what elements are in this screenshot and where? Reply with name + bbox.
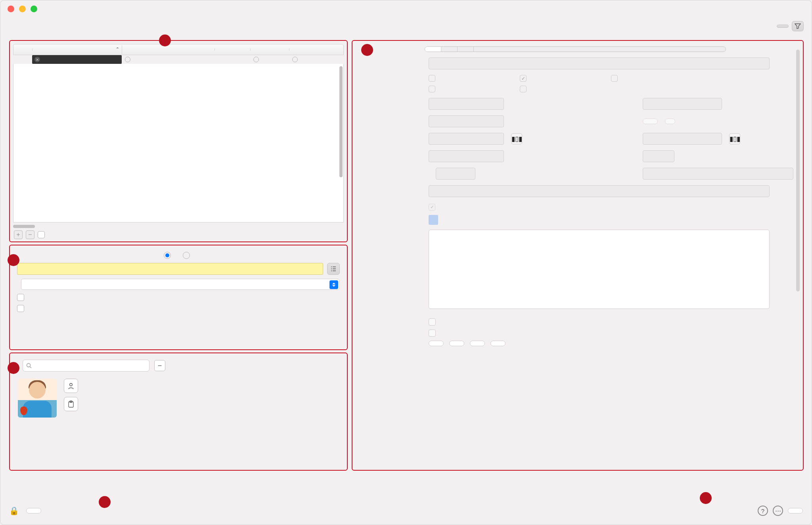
tab-offene[interactable] bbox=[474, 47, 490, 52]
titlebar bbox=[0, 0, 812, 17]
window-minimize-icon[interactable] bbox=[19, 6, 26, 12]
patient-panel: − bbox=[9, 353, 348, 471]
popover-checkbox[interactable] bbox=[17, 294, 24, 301]
add-leistung-button[interactable] bbox=[643, 119, 658, 124]
close-button[interactable] bbox=[788, 508, 803, 514]
svg-point-2 bbox=[70, 383, 72, 386]
atc-input[interactable] bbox=[429, 98, 504, 110]
lager-select[interactable] bbox=[21, 279, 340, 290]
col-kennung[interactable] bbox=[122, 48, 215, 51]
filter-icon-button[interactable] bbox=[792, 21, 804, 31]
patient-search-input[interactable] bbox=[23, 360, 149, 372]
product-list-panel: ˆ ✕ + − bbox=[9, 40, 348, 242]
type-checkboxes: ✓ bbox=[429, 75, 793, 92]
col-sut[interactable] bbox=[289, 48, 307, 51]
chk-migel[interactable] bbox=[429, 86, 435, 92]
radio-einbuchung[interactable] bbox=[164, 252, 174, 259]
bez-input[interactable] bbox=[429, 57, 770, 69]
person-icon bbox=[67, 382, 75, 389]
svg-point-0 bbox=[27, 364, 31, 367]
radio-ausbuchung[interactable] bbox=[183, 252, 193, 259]
subst-input[interactable] bbox=[429, 185, 770, 197]
tab-leistungen[interactable] bbox=[458, 47, 474, 52]
callout-3 bbox=[8, 362, 19, 374]
label-chip[interactable] bbox=[429, 215, 438, 225]
filter-sut[interactable] bbox=[292, 57, 298, 62]
table-h-scrollbar[interactable] bbox=[13, 225, 35, 228]
menge-input[interactable] bbox=[436, 168, 475, 180]
ausbuchen-button[interactable] bbox=[449, 341, 464, 346]
window-zoom-icon[interactable] bbox=[31, 6, 37, 12]
col-atc[interactable] bbox=[215, 48, 251, 51]
detail-tabbar bbox=[425, 46, 726, 52]
callout-6 bbox=[700, 492, 712, 504]
stock-box bbox=[429, 230, 770, 309]
callout-1 bbox=[159, 34, 171, 46]
scan-list-button[interactable] bbox=[327, 263, 340, 275]
chk-spez[interactable]: ✓ bbox=[520, 75, 527, 82]
leistung-input[interactable] bbox=[643, 98, 722, 110]
serien-checkbox[interactable] bbox=[429, 318, 436, 326]
filter-kennung[interactable] bbox=[125, 57, 130, 62]
einheit-input[interactable] bbox=[643, 168, 793, 180]
tab-details[interactable] bbox=[425, 47, 441, 52]
ean-input[interactable] bbox=[429, 133, 504, 145]
tab-buchungen[interactable] bbox=[441, 47, 458, 52]
help-button[interactable]: ? bbox=[758, 506, 768, 516]
col-typ[interactable] bbox=[13, 48, 33, 51]
show-deleted-checkbox[interactable] bbox=[38, 231, 45, 238]
remove-row-button[interactable]: − bbox=[26, 230, 34, 239]
bestand-label bbox=[357, 230, 425, 233]
lock-icon: 🔒 bbox=[9, 506, 19, 515]
footer: 🔒 ? ⋯ bbox=[0, 497, 812, 525]
own-filter-button[interactable] bbox=[777, 25, 789, 28]
add-row-button[interactable]: + bbox=[14, 230, 23, 239]
filter-robot[interactable] bbox=[253, 57, 259, 62]
clear-filter-icon[interactable]: ✕ bbox=[34, 57, 40, 62]
more-button[interactable]: ⋯ bbox=[773, 506, 783, 516]
col-robot[interactable] bbox=[251, 48, 289, 51]
callout-5 bbox=[99, 496, 111, 508]
callout-4 bbox=[361, 44, 373, 56]
patient-profile-button[interactable] bbox=[64, 379, 78, 393]
table-body[interactable] bbox=[13, 64, 344, 222]
detail-scrollbar[interactable] bbox=[796, 50, 800, 291]
reserv-checkbox[interactable] bbox=[429, 330, 436, 337]
callout-2 bbox=[8, 254, 19, 266]
scan-input[interactable] bbox=[17, 263, 323, 275]
barcode-icon-2[interactable]: ▮▯▮ bbox=[729, 133, 740, 144]
table-filter-row: ✕ bbox=[13, 55, 344, 64]
unlock-button[interactable] bbox=[26, 508, 41, 514]
filter-bezeichnung[interactable]: ✕ bbox=[32, 55, 122, 64]
svg-line-1 bbox=[30, 367, 31, 368]
clear-patient-button[interactable]: − bbox=[154, 360, 165, 371]
window-close-icon[interactable] bbox=[8, 6, 14, 12]
chk-medikament[interactable] bbox=[429, 75, 435, 82]
search-icon bbox=[26, 363, 32, 368]
clipboard-icon bbox=[68, 400, 74, 408]
einbuchen-button[interactable] bbox=[429, 341, 444, 346]
app-window: ˆ ✕ + − bbox=[0, 0, 812, 525]
chk-impfung[interactable] bbox=[611, 75, 618, 82]
list-icon bbox=[330, 266, 337, 272]
col-bezeichnung[interactable]: ˆ bbox=[33, 45, 122, 54]
chevron-up-down-icon bbox=[329, 280, 338, 289]
table-scrollbar[interactable] bbox=[339, 66, 343, 177]
funnel-icon bbox=[795, 23, 801, 29]
preis-input[interactable] bbox=[429, 150, 504, 162]
pharma-input[interactable] bbox=[643, 133, 722, 145]
chk-btm[interactable] bbox=[520, 86, 527, 92]
scan-panel bbox=[9, 245, 348, 350]
barcode-icon[interactable]: ▮▯▮ bbox=[511, 133, 522, 144]
mwst-input[interactable] bbox=[643, 150, 674, 162]
table-header: ˆ bbox=[13, 44, 344, 55]
remove-leistung-button[interactable] bbox=[665, 119, 675, 124]
umbuchen-button[interactable] bbox=[470, 341, 485, 346]
tarif-input[interactable] bbox=[429, 115, 504, 127]
patient-clipboard-button[interactable] bbox=[64, 397, 78, 411]
robot-checkbox[interactable]: ✓ bbox=[429, 204, 435, 211]
reservieren-button[interactable] bbox=[490, 341, 506, 346]
sort-asc-icon: ˆ bbox=[117, 46, 119, 53]
patient-avatar bbox=[18, 379, 57, 418]
all-locations-checkbox[interactable] bbox=[17, 305, 24, 312]
